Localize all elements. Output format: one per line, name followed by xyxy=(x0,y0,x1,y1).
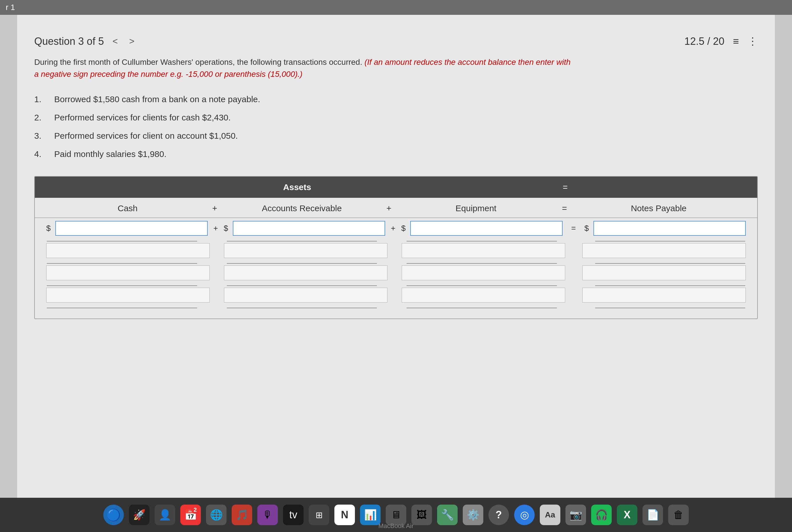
underline-3 xyxy=(46,285,746,286)
dock-safari2[interactable]: ◎ xyxy=(514,505,535,525)
prev-button[interactable]: < xyxy=(110,35,121,48)
ar-cell-4 xyxy=(224,288,387,303)
notes-input-3[interactable] xyxy=(582,265,746,280)
notes-cell-3 xyxy=(582,265,746,280)
input-rows-area: $ + $ + $ = $ xyxy=(35,218,757,319)
dollar-sign-equip-1: $ xyxy=(401,224,408,233)
equip-cell-4 xyxy=(402,288,565,303)
ar-input-2[interactable] xyxy=(224,243,387,258)
dock-music[interactable]: 🎵 xyxy=(232,505,252,525)
ar-input-4[interactable] xyxy=(224,288,387,303)
cash-cell-1: $ xyxy=(46,221,208,236)
dock-contacts[interactable]: 👤 xyxy=(155,505,175,525)
ar-input-3[interactable] xyxy=(224,265,387,280)
plus-sep-1: + xyxy=(208,224,224,233)
dock-capture[interactable]: 📷 xyxy=(565,505,586,525)
dock-notion[interactable]: N xyxy=(334,505,355,525)
columns-header-row: Cash + Accounts Receivable + Equipment =… xyxy=(35,198,757,218)
cash-cell-3 xyxy=(46,265,210,280)
ar-cell-3 xyxy=(224,265,387,280)
dock-dictionary[interactable]: Aa xyxy=(540,505,560,525)
dollar-sign-notes-1: $ xyxy=(584,224,591,233)
equip-input-4[interactable] xyxy=(402,288,565,303)
dock-chart[interactable]: 📊 xyxy=(360,505,381,525)
dock-appletv[interactable]: tv xyxy=(283,505,304,525)
underline-2 xyxy=(46,263,746,264)
dock-calendar[interactable]: 📅 2 xyxy=(180,505,201,525)
dock-finder[interactable]: 🔵 xyxy=(103,505,124,525)
equipment-column-header: Equipment xyxy=(398,204,555,217)
list-item: 4. Paid monthly salaries $1,980. xyxy=(34,149,758,159)
dock-files[interactable]: 📄 xyxy=(642,505,663,525)
equip-input-3[interactable] xyxy=(402,265,565,280)
transaction-num-4: 4. xyxy=(34,149,54,159)
notes-input-4[interactable] xyxy=(582,288,746,303)
transaction-num-3: 3. xyxy=(34,131,54,141)
input-row-2 xyxy=(46,243,746,258)
input-row-4 xyxy=(46,288,746,303)
plus-sep-2: + xyxy=(385,224,401,233)
dock-spotify[interactable]: 🎧 xyxy=(591,505,612,525)
score-display: 12.5 / 20 xyxy=(684,35,725,48)
underline-1 xyxy=(46,241,746,242)
underline-4 xyxy=(46,308,746,308)
cash-cell-2 xyxy=(46,243,210,258)
dock-trash[interactable]: 🗑 xyxy=(668,505,689,525)
macbook-label: MacBook Air xyxy=(378,522,414,530)
accounting-table: Assets = Cash + Accounts Receivable + Eq… xyxy=(34,176,758,319)
cash-input-3[interactable] xyxy=(46,265,210,280)
column-equals: = xyxy=(555,204,575,217)
dock-question[interactable]: ? xyxy=(488,505,509,525)
question-title: Question 3 of 5 xyxy=(34,35,104,48)
dock-grid[interactable]: ⊞ xyxy=(309,505,329,525)
question-nav: Question 3 of 5 < > xyxy=(34,35,137,48)
notes-input-1[interactable] xyxy=(594,221,746,236)
transaction-num-2: 2. xyxy=(34,113,54,122)
dock-photos[interactable]: 🖼 xyxy=(411,505,432,525)
ul-ar-1 xyxy=(227,241,377,242)
dock-safari[interactable]: 🌐 xyxy=(206,505,227,525)
next-button[interactable]: > xyxy=(127,35,137,48)
ul-cash-1 xyxy=(47,241,197,242)
ar-input-1[interactable] xyxy=(233,221,385,236)
dock-excel[interactable]: X xyxy=(617,505,637,525)
list-icon[interactable]: ≡ xyxy=(733,35,739,48)
equip-input-1[interactable] xyxy=(410,221,563,236)
table-header: Assets = xyxy=(35,177,757,198)
assets-header: Assets xyxy=(43,183,551,192)
plus-2: + xyxy=(380,204,398,217)
ul-equip-1 xyxy=(407,241,557,242)
dock-launchpad[interactable]: 🚀 xyxy=(129,505,150,525)
header-row: Question 3 of 5 < > 12.5 / 20 ≡ ⋮ xyxy=(34,26,758,48)
notes-cell-1: $ xyxy=(584,221,746,236)
dock-podcasts[interactable]: 🎙 xyxy=(257,505,278,525)
list-item: 2. Performed services for clients for ca… xyxy=(34,113,758,122)
list-item: 1. Borrowed $1,580 cash from a bank on a… xyxy=(34,94,758,104)
ar-cell-2 xyxy=(224,243,387,258)
transaction-num-1: 1. xyxy=(34,94,54,104)
notes-input-2[interactable] xyxy=(582,243,746,258)
transaction-list: 1. Borrowed $1,580 cash from a bank on a… xyxy=(34,94,758,159)
notes-cell-4 xyxy=(582,288,746,303)
cash-input-1[interactable] xyxy=(55,221,208,236)
dock-settings[interactable]: ⚙️ xyxy=(463,505,483,525)
cash-input-2[interactable] xyxy=(46,243,210,258)
instructions: During the first month of Cullumber Wash… xyxy=(34,56,576,80)
top-bar-label: r 1 xyxy=(6,3,15,12)
more-options-icon[interactable]: ⋮ xyxy=(748,35,758,48)
transaction-text-4: Paid monthly salaries $1,980. xyxy=(54,149,758,159)
transaction-text-2: Performed services for clients for cash … xyxy=(54,113,758,122)
ar-cell-1: $ xyxy=(224,221,385,236)
asset-section: Cash + Accounts Receivable + Equipment xyxy=(49,204,555,217)
liability-section: Notes Payable xyxy=(575,204,743,217)
equals-header: = xyxy=(554,183,577,192)
list-item: 3. Performed services for client on acco… xyxy=(34,131,758,141)
dock-tools[interactable]: 🔧 xyxy=(437,505,458,525)
equip-cell-1: $ xyxy=(401,221,563,236)
plus-1: + xyxy=(206,204,224,217)
instructions-normal: During the first month of Cullumber Wash… xyxy=(34,58,365,66)
equip-input-2[interactable] xyxy=(402,243,565,258)
score-area: 12.5 / 20 ≡ ⋮ xyxy=(684,35,758,48)
cash-input-4[interactable] xyxy=(46,288,210,303)
ar-column-header: Accounts Receivable xyxy=(224,204,381,217)
